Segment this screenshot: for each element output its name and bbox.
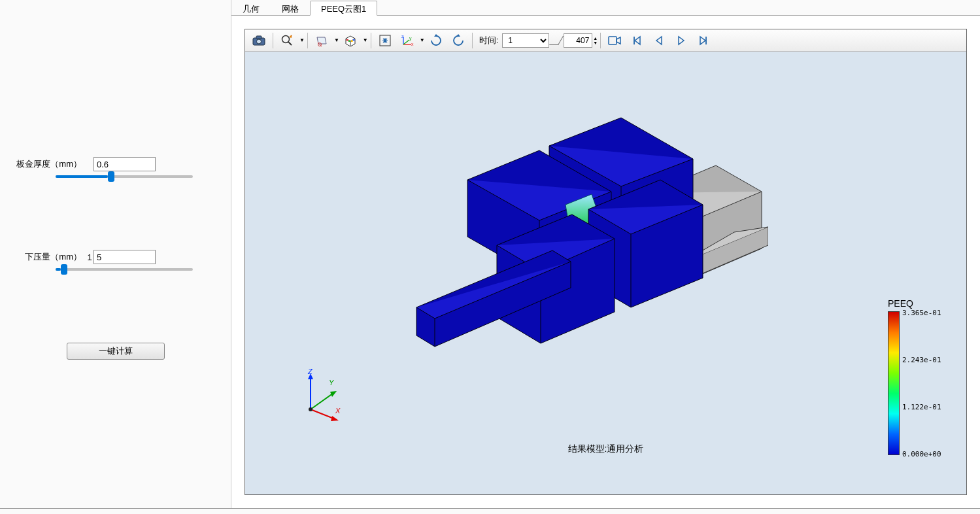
plane-button[interactable]	[311, 31, 332, 50]
axis-z-label: Z	[308, 368, 313, 375]
viewer-area: ▼ ▼	[231, 16, 980, 508]
zoom-dropdown[interactable]: ▼	[299, 37, 305, 43]
first-frame-button[interactable]	[626, 31, 647, 50]
axis-triad	[297, 370, 350, 422]
svg-rect-18	[609, 37, 617, 44]
right-panel: 几何 网格 PEEQ云图1 ▼	[231, 0, 980, 508]
colormap-button[interactable]	[340, 31, 361, 50]
svg-rect-10	[353, 39, 355, 41]
legend-tick-1: 2.243e-01	[902, 356, 941, 364]
svg-rect-9	[351, 40, 353, 42]
skip-last-icon	[698, 35, 709, 46]
thickness-slider[interactable]	[56, 175, 193, 178]
press-slider[interactable]	[56, 268, 193, 271]
axes-icon: xzy	[401, 34, 414, 47]
svg-rect-8	[348, 40, 350, 42]
colormap-dropdown[interactable]: ▼	[363, 37, 368, 43]
press-label: 下压量（mm）	[16, 251, 82, 263]
compute-button[interactable]: 一键计算	[67, 343, 165, 360]
time-frame-stepper[interactable]: ▲▼	[593, 36, 598, 45]
svg-rect-1	[256, 36, 262, 39]
fit-icon	[379, 34, 392, 47]
rotate-cw-button[interactable]	[426, 31, 447, 50]
legend-tick-2: 1.122e-01	[902, 403, 941, 411]
app-root: 板金厚度（mm） 下压量（mm） 1 一键计算	[0, 0, 980, 514]
fit-button[interactable]	[375, 31, 396, 50]
legend-tick-0: 3.365e-01	[902, 309, 941, 317]
play-icon	[675, 35, 687, 46]
video-button[interactable]	[604, 31, 625, 50]
plane-icon	[315, 34, 328, 47]
legend-tick-3: 0.000e+00	[902, 450, 941, 458]
param-thickness: 板金厚度（mm） 下压量（mm） 1 一键计算	[16, 157, 214, 360]
prev-icon	[653, 35, 665, 46]
legend-colorbar	[888, 311, 900, 455]
time-frame-input[interactable]	[564, 33, 592, 48]
svg-rect-7	[346, 39, 348, 41]
legend-title: PEEQ	[888, 298, 947, 309]
axes-dropdown[interactable]: ▼	[420, 37, 425, 43]
next-frame-button[interactable]	[693, 31, 714, 50]
axes-button[interactable]: xzy	[397, 31, 418, 50]
time-separator-icon	[549, 36, 564, 45]
color-legend: PEEQ 3.365e-01 2.243e-01 1.122e-01 0.000…	[888, 298, 947, 455]
axis-x-label: X	[335, 407, 340, 415]
axis-y-label: Y	[329, 379, 333, 386]
prev-frame-button[interactable]	[649, 31, 669, 50]
zoom-button[interactable]	[277, 31, 297, 50]
tab-mesh[interactable]: 网格	[271, 1, 310, 16]
svg-text:x: x	[411, 42, 414, 46]
param-row-thickness: 板金厚度（mm）	[16, 157, 214, 171]
svg-line-4	[288, 42, 292, 45]
main-area: 板金厚度（mm） 下压量（mm） 1 一键计算	[0, 0, 980, 509]
tab-geometry[interactable]: 几何	[231, 1, 271, 16]
rotate-ccw-button[interactable]	[448, 31, 469, 50]
svg-point-24	[309, 407, 313, 411]
svg-point-3	[282, 35, 290, 43]
model-view[interactable]	[337, 82, 768, 383]
svg-line-14	[403, 40, 409, 44]
param-row-press: 下压量（mm） 1	[16, 250, 214, 264]
press-extra: 1	[86, 252, 93, 262]
svg-line-23	[311, 409, 335, 419]
svg-text:z: z	[401, 34, 404, 39]
rotate-cw-icon	[430, 34, 443, 47]
thickness-input[interactable]	[93, 157, 156, 171]
play-button[interactable]	[671, 31, 692, 50]
left-panel: 板金厚度（mm） 下压量（mm） 1 一键计算	[0, 0, 231, 508]
viewer-toolbar: ▼ ▼	[245, 29, 966, 52]
svg-point-2	[257, 39, 262, 44]
svg-text:y: y	[409, 36, 412, 41]
viewer-frame[interactable]: ▼ ▼	[245, 29, 967, 495]
magnifier-icon	[280, 34, 294, 47]
camera-button[interactable]	[248, 31, 269, 50]
press-input[interactable]	[93, 250, 156, 264]
camera-icon	[252, 35, 265, 46]
tab-peeq[interactable]: PEEQ云图1	[310, 1, 377, 16]
video-icon	[608, 35, 621, 46]
skip-first-icon	[631, 35, 643, 46]
rotate-ccw-icon	[452, 34, 465, 47]
plane-dropdown[interactable]: ▼	[334, 37, 339, 43]
result-model-label: 结果模型:通用分析	[568, 443, 644, 455]
time-label: 时间:	[479, 35, 499, 46]
rubik-icon	[345, 35, 356, 46]
svg-line-22	[311, 393, 333, 409]
tab-bar: 几何 网格 PEEQ云图1	[231, 0, 980, 16]
thickness-label: 板金厚度（mm）	[16, 158, 82, 170]
time-select[interactable]: 1	[502, 33, 549, 48]
